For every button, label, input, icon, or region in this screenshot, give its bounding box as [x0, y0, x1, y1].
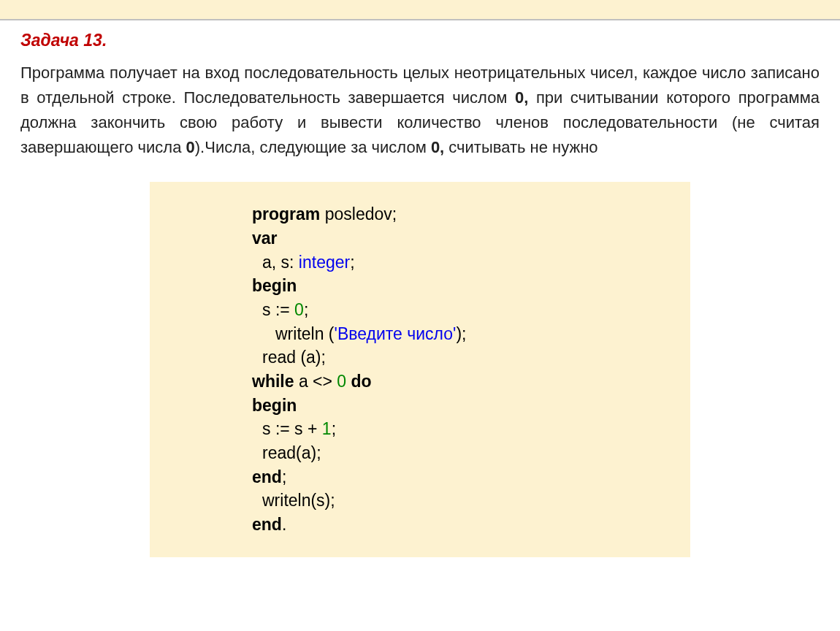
desc-bold: 0: [186, 138, 195, 156]
close-paren: );: [456, 324, 466, 343]
code-line: writeln ('Введите число');: [252, 322, 661, 346]
code-line: while a <> 0 do: [252, 370, 661, 394]
keyword-var: var: [252, 229, 278, 248]
code-line: begin: [252, 274, 661, 298]
code-line: begin: [252, 394, 661, 418]
keyword-end: end: [252, 515, 282, 534]
code-block: program posledov; var a, s: integer; beg…: [150, 182, 690, 557]
keyword-while: while: [252, 372, 294, 391]
code-line: writeln(s);: [252, 489, 661, 513]
code-line: end;: [252, 465, 661, 489]
writeln-call: writeln(s);: [262, 491, 335, 510]
task-description: Программа получает на вход последователь…: [20, 61, 820, 160]
code-line: s := s + 1;: [252, 417, 661, 441]
code-line: read(a);: [252, 441, 661, 465]
var-decl: a, s:: [262, 253, 299, 272]
desc-text: ).Числа, следующие за числом: [195, 138, 431, 156]
task-title: Задача 13.: [20, 31, 820, 50]
number-literal: 0: [294, 300, 304, 319]
keyword-begin: begin: [252, 396, 297, 415]
code-line: var: [252, 226, 661, 251]
semicolon: ;: [350, 253, 354, 272]
assign: s := s +: [262, 419, 322, 438]
content-area: Задача 13. Программа получает на вход по…: [0, 20, 840, 586]
keyword-begin: begin: [252, 276, 297, 295]
writeln-call: writeln (: [275, 324, 335, 343]
semicolon: ;: [332, 419, 336, 438]
semicolon: ;: [304, 300, 308, 319]
program-name: posledov;: [320, 204, 397, 223]
dot: .: [282, 515, 286, 534]
number-literal: 0: [337, 372, 346, 391]
keyword-program: program: [252, 204, 320, 223]
code-line: a, s: integer;: [252, 251, 661, 275]
code-line: end.: [252, 513, 661, 537]
read-call: read(a);: [262, 443, 321, 462]
semicolon: ;: [282, 467, 286, 486]
code-line: program posledov;: [252, 202, 661, 226]
desc-bold: 0,: [431, 138, 444, 156]
top-banner: [0, 0, 840, 20]
read-call: read (a);: [262, 348, 326, 367]
number-literal: 1: [322, 419, 332, 438]
while-cond: a <>: [294, 372, 337, 391]
assign: s :=: [262, 300, 294, 319]
code-line: s := 0;: [252, 298, 661, 322]
desc-bold: 0,: [515, 88, 528, 107]
code-line: read (a);: [252, 345, 661, 370]
keyword-do: do: [351, 372, 372, 391]
type-integer: integer: [299, 253, 350, 272]
string-literal: 'Введите число': [335, 324, 457, 343]
desc-text: считывать не нужно: [444, 138, 597, 156]
keyword-end: end: [252, 467, 282, 486]
